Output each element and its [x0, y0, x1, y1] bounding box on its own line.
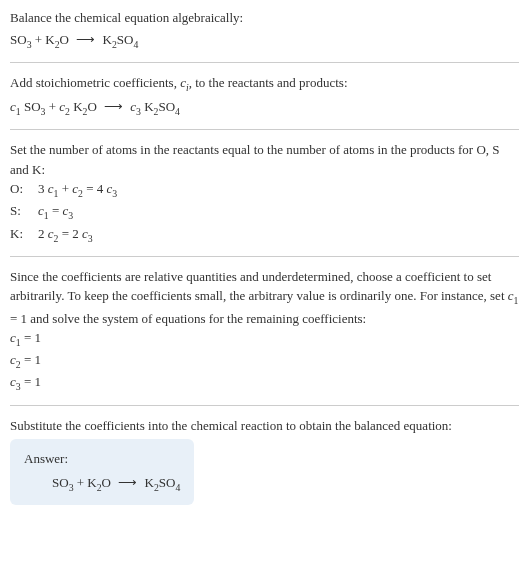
arrow-icon: ⟶ [104, 97, 123, 117]
solve-intro: Since the coefficients are relative quan… [10, 267, 519, 328]
atom-equations-intro: Set the number of atoms in the reactants… [10, 140, 519, 179]
sulfur-equation: S: c1 = c3 [10, 201, 519, 223]
potassium-equation: K: 2 c2 = 2 c3 [10, 224, 519, 246]
coefficients-intro: Add stoichiometric coefficients, ci, to … [10, 73, 519, 95]
intro-text: Balance the chemical equation algebraica… [10, 8, 519, 28]
divider [10, 62, 519, 63]
section-atom-equations: Set the number of atoms in the reactants… [10, 140, 519, 246]
element-label-s: S: [10, 201, 38, 221]
divider [10, 129, 519, 130]
section-balance-intro: Balance the chemical equation algebraica… [10, 8, 519, 52]
reactant-k2o: + K2O [32, 32, 70, 47]
unbalanced-equation: SO3 + K2O ⟶ K2SO4 [10, 30, 519, 52]
coefficient-c1: c1 = 1 [10, 328, 519, 350]
element-label-o: O: [10, 179, 38, 199]
reactant-so3: SO3 [10, 32, 32, 47]
coefficient-c3: c3 = 1 [10, 372, 519, 394]
element-label-k: K: [10, 224, 38, 244]
product-k2so4: K2SO4 [103, 32, 139, 47]
divider [10, 256, 519, 257]
section-answer: Substitute the coefficients into the che… [10, 416, 519, 505]
coefficient-c2: c2 = 1 [10, 350, 519, 372]
arrow-icon: ⟶ [118, 473, 137, 493]
coefficient-equation: c1 SO3 + c2 K2O ⟶ c3 K2SO4 [10, 97, 519, 119]
answer-box: Answer: SO3 + K2O ⟶ K2SO4 [10, 439, 194, 505]
answer-intro: Substitute the coefficients into the che… [10, 416, 519, 436]
balanced-equation: SO3 + K2O ⟶ K2SO4 [24, 473, 180, 495]
section-solve: Since the coefficients are relative quan… [10, 267, 519, 395]
section-coefficients: Add stoichiometric coefficients, ci, to … [10, 73, 519, 119]
oxygen-equation: O: 3 c1 + c2 = 4 c3 [10, 179, 519, 201]
divider [10, 405, 519, 406]
answer-label: Answer: [24, 449, 180, 469]
arrow-icon: ⟶ [76, 30, 95, 50]
